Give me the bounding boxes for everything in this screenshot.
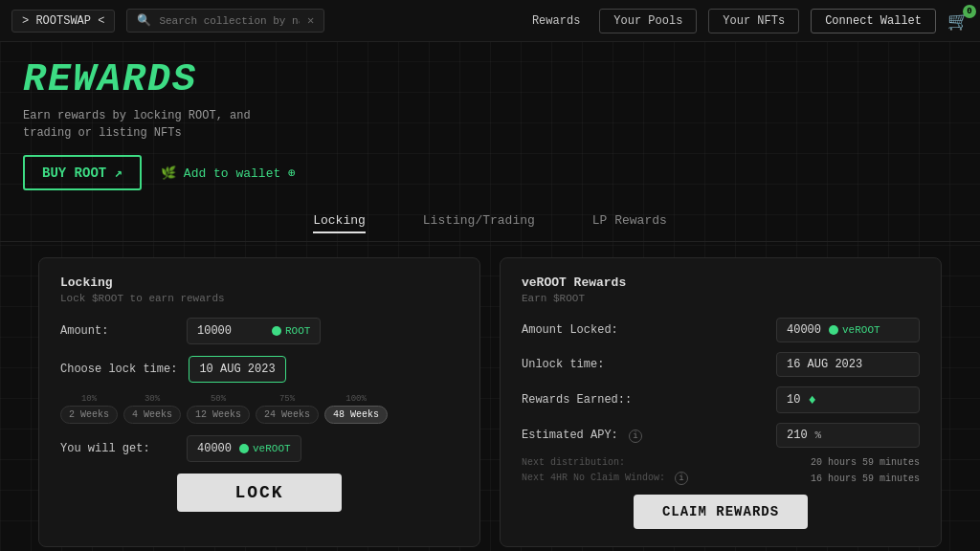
header: > ROOTSWAP < 🔍 ✕ Rewards Your Pools Your…	[0, 0, 980, 42]
veroot-locked-dot	[829, 325, 838, 335]
week-pills-row: 10% 2 Weeks 30% 4 Weeks 50% 12 Weeks 75%…	[60, 394, 458, 424]
pct-4: 100%	[345, 394, 367, 404]
amount-locked-label: Amount Locked:	[522, 323, 618, 337]
unlock-time-label: Unlock time:	[522, 358, 604, 371]
tab-lp-rewards[interactable]: LP Rewards	[592, 209, 667, 233]
veroot-dot	[239, 444, 249, 453]
next-dist-row: Next distribution: 20 hours 59 minutes	[522, 457, 920, 468]
hero-section: ReWards Earn rewards by locking ROOT, an…	[0, 42, 980, 198]
amount-token-badge: ROOT	[272, 325, 310, 337]
tabs-bar: Locking Listing/Trading LP Rewards	[0, 198, 980, 242]
you-get-label: You will get:	[60, 442, 175, 455]
you-get-value-wrap: 40000 veROOT	[187, 435, 301, 462]
next-dist-value: 20 hours 59 minutes	[811, 457, 920, 468]
veroot-locked-token: veROOT	[842, 324, 880, 336]
page-title: ReWards	[23, 61, 957, 99]
main-content: Locking Lock $ROOT to earn rewards Amoun…	[0, 242, 980, 551]
apy-percent-unit: %	[815, 430, 822, 441]
amount-row: Amount: ROOT	[60, 318, 458, 344]
amount-locked-value: 40000 veROOT	[776, 318, 920, 342]
claim-rewards-button[interactable]: CLAIM REWARDS	[634, 495, 808, 529]
you-get-token: veROOT	[253, 443, 291, 454]
claim-window-value: 16 hours 59 minutes	[811, 474, 920, 484]
week-pill-24[interactable]: 24 Weeks	[256, 406, 319, 424]
search-input[interactable]	[159, 15, 300, 27]
nav-nfts-button[interactable]: Your NFTs	[708, 9, 799, 33]
hero-subtitle: Earn rewards by locking ROOT, and tradin…	[23, 107, 957, 142]
week-pill-2[interactable]: 2 Weeks	[60, 406, 118, 424]
reward-gem-icon: ♦	[808, 392, 815, 408]
connect-wallet-button[interactable]: Connect Wallet	[811, 9, 936, 33]
locking-card-subtitle: Lock $ROOT to earn rewards	[60, 293, 458, 304]
pct-3: 75%	[279, 394, 295, 404]
cart-badge: 0	[963, 5, 976, 18]
week-pill-wrap-1: 30% 4 Weeks	[123, 394, 181, 424]
pct-1: 30%	[145, 394, 160, 404]
you-get-row: You will get: 40000 veROOT	[60, 435, 458, 462]
veroot-badge: veROOT	[239, 443, 291, 454]
cart-icon[interactable]: 🛒 0	[947, 11, 969, 32]
locking-card-title: Locking	[60, 276, 458, 290]
week-pill-wrap-4: 100% 48 Weeks	[324, 394, 388, 424]
lock-time-label: Choose lock time:	[60, 363, 177, 376]
week-pill-4[interactable]: 4 Weeks	[123, 406, 181, 424]
search-clear-icon[interactable]: ✕	[307, 13, 314, 28]
rewards-card: veROOT Rewards Earn $ROOT Amount Locked:…	[500, 257, 942, 547]
lock-time-row: Choose lock time: 10 AUG 2023	[60, 356, 458, 383]
unlock-time-value: 16 AUG 2023	[776, 352, 920, 377]
hero-actions: BUY ROOT ↗ 🌿 Add to wallet ⊕	[23, 155, 957, 190]
estimated-apy-value: 210 %	[776, 423, 920, 448]
locking-card: Locking Lock $ROOT to earn rewards Amoun…	[38, 257, 480, 547]
veroot-locked-badge: veROOT	[829, 324, 880, 336]
pct-2: 50%	[211, 394, 226, 404]
brand-button[interactable]: > ROOTSWAP <	[11, 10, 115, 33]
week-pill-wrap-0: 10% 2 Weeks	[60, 394, 118, 424]
next-dist-label: Next distribution:	[522, 457, 625, 468]
week-pill-12[interactable]: 12 Weeks	[187, 406, 250, 424]
rewards-earned-value: 10 ♦	[776, 386, 920, 413]
lock-date-input[interactable]: 10 AUG 2023	[189, 356, 285, 383]
rewards-card-title: veROOT Rewards	[522, 276, 920, 290]
search-icon: 🔍	[137, 13, 151, 28]
estimated-apy-row: Estimated APY: i 210 %	[522, 423, 920, 448]
nav-pools-button[interactable]: Your Pools	[599, 9, 697, 33]
rewards-earned-label: Rewards Earned::	[522, 393, 632, 407]
estimated-apy-label: Estimated APY: i	[522, 429, 642, 443]
tab-listing-trading[interactable]: Listing/Trading	[423, 209, 535, 233]
search-bar: 🔍 ✕	[126, 9, 324, 33]
rewards-card-subtitle: Earn $ROOT	[522, 293, 920, 304]
claim-window-row: Next 4HR No Claim Window: i 16 hours 59 …	[522, 472, 920, 485]
buy-root-button[interactable]: BUY ROOT ↗	[23, 155, 142, 190]
amount-input-wrap: ROOT	[187, 318, 321, 344]
root-token-dot	[272, 326, 281, 336]
tab-locking[interactable]: Locking	[313, 209, 366, 233]
claim-info-icon[interactable]: i	[675, 472, 688, 485]
pct-0: 10%	[81, 394, 97, 404]
unlock-time-row: Unlock time: 16 AUG 2023	[522, 352, 920, 377]
claim-window-label: Next 4HR No Claim Window: i	[522, 472, 688, 485]
nav-rewards[interactable]: Rewards	[524, 11, 588, 32]
week-pill-48[interactable]: 48 Weeks	[324, 406, 388, 424]
amount-label: Amount:	[60, 324, 175, 338]
rewards-earned-row: Rewards Earned:: 10 ♦	[522, 386, 920, 413]
add-to-wallet-link[interactable]: 🌿 Add to wallet ⊕	[161, 165, 296, 181]
amount-input[interactable]	[197, 324, 264, 338]
lock-button[interactable]: LOCK	[177, 474, 341, 512]
you-get-value: 40000	[197, 442, 232, 455]
apy-info-icon[interactable]: i	[629, 430, 642, 443]
amount-locked-row: Amount Locked: 40000 veROOT	[522, 318, 920, 342]
week-pill-wrap-2: 50% 12 Weeks	[187, 394, 250, 424]
amount-token-label: ROOT	[285, 325, 310, 337]
week-pill-wrap-3: 75% 24 Weeks	[256, 394, 319, 424]
